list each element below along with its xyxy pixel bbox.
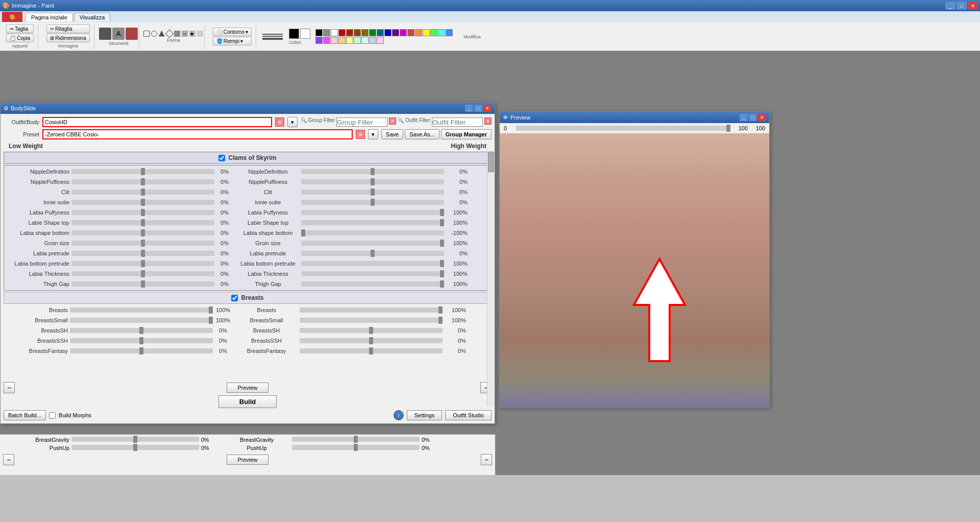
palette-lightmagenta[interactable] bbox=[377, 37, 384, 44]
palette-red[interactable] bbox=[338, 29, 346, 36]
slider-groin-size-left[interactable] bbox=[71, 241, 214, 246]
copia-button[interactable]: 📋 Copia bbox=[6, 34, 34, 42]
palette-brown[interactable] bbox=[354, 29, 361, 36]
preview-weight-slider[interactable] bbox=[516, 126, 730, 131]
group-clams-checkbox[interactable] bbox=[218, 155, 225, 161]
slider-labia-pretrude-left[interactable] bbox=[71, 251, 214, 256]
close-button[interactable]: ✕ bbox=[968, 2, 978, 10]
color2-swatch[interactable] bbox=[300, 29, 310, 39]
slider-thigh-gap-left[interactable] bbox=[71, 281, 214, 287]
slider-groin-size-right[interactable] bbox=[301, 241, 444, 246]
group-manager-button[interactable]: Group Manager bbox=[441, 129, 492, 139]
slider-breasts-sh-left[interactable] bbox=[70, 328, 213, 333]
shape-arrow[interactable]: → bbox=[182, 31, 188, 37]
group-breasts-checkbox[interactable] bbox=[231, 295, 238, 301]
vertical-scrollbar[interactable] bbox=[487, 151, 494, 406]
taglia-button[interactable]: ✂ Taglia bbox=[6, 25, 34, 33]
contorno-button[interactable]: ⬜ Contorno ▾ bbox=[213, 28, 252, 36]
sliders-scroll[interactable]: Clams of Skyrim NippleDefinition 0% Nipp… bbox=[4, 151, 492, 355]
slider-clit-right[interactable] bbox=[301, 189, 444, 195]
slider-labia-shape-bottom-left[interactable] bbox=[71, 230, 214, 235]
batch-build-button[interactable]: Batch Build... bbox=[4, 410, 46, 420]
palette-cyan[interactable] bbox=[438, 29, 445, 36]
slider-labia-pretrude-right[interactable] bbox=[301, 251, 444, 256]
outfit-body-input[interactable] bbox=[42, 117, 272, 127]
bottom-breast-gravity-left[interactable] bbox=[71, 437, 199, 442]
palette-purple[interactable] bbox=[392, 29, 399, 36]
slider-nipple-definition-left[interactable] bbox=[71, 169, 214, 174]
palette-lightpink[interactable] bbox=[331, 37, 338, 44]
group-filter-input[interactable] bbox=[336, 117, 387, 127]
slider-labia-thickness-left[interactable] bbox=[71, 271, 214, 276]
slider-labia-bottom-pretrude-right[interactable] bbox=[301, 261, 444, 266]
slider-breasts-left[interactable] bbox=[70, 307, 213, 313]
palette-mintgreen[interactable] bbox=[354, 37, 361, 44]
preset-clear-button[interactable]: ✕ bbox=[356, 130, 365, 139]
slider-breasts-fantasy-left[interactable] bbox=[70, 348, 213, 353]
shape-diamond[interactable] bbox=[165, 29, 174, 38]
preview-button[interactable]: Preview bbox=[227, 383, 268, 393]
outfit-body-dropdown-button[interactable]: ▾ bbox=[287, 117, 298, 127]
slider-breasts-ssh-left[interactable] bbox=[70, 338, 213, 343]
palette-black[interactable] bbox=[315, 29, 323, 36]
preview-restore-button[interactable]: □ bbox=[749, 114, 757, 121]
palette-yellow[interactable] bbox=[423, 29, 430, 36]
slider-breasts-right[interactable] bbox=[300, 307, 443, 313]
bs-close-button[interactable]: ✕ bbox=[483, 105, 492, 112]
slider-labie-shape-top-left[interactable] bbox=[71, 220, 214, 225]
palette-peach[interactable] bbox=[338, 37, 346, 44]
bottom-left-minus-button[interactable]: − bbox=[3, 454, 14, 465]
slider-breasts-fantasy-right[interactable] bbox=[300, 348, 443, 353]
riempi-button[interactable]: 🪣 Riempi ▾ bbox=[213, 37, 252, 45]
shape-star[interactable]: ★ bbox=[189, 31, 195, 37]
palette-orange[interactable] bbox=[415, 29, 422, 36]
ridimensiona-button[interactable]: ⊞ Ridimensiona bbox=[46, 34, 90, 42]
shape-fill[interactable] bbox=[174, 31, 180, 37]
shape-other[interactable] bbox=[197, 31, 203, 37]
slider-labia-shape-bottom-right[interactable] bbox=[301, 230, 444, 235]
paint-logo[interactable]: 🎨 bbox=[2, 12, 22, 22]
palette-darkred[interactable] bbox=[346, 29, 353, 36]
minimize-button[interactable]: _ bbox=[945, 2, 955, 10]
bottom-right-minus-button[interactable]: − bbox=[481, 454, 492, 465]
palette-olive[interactable] bbox=[361, 29, 369, 36]
preview-close-button[interactable]: ✕ bbox=[758, 114, 766, 121]
shape-circle[interactable] bbox=[151, 31, 157, 37]
slider-innie-outie-right[interactable] bbox=[301, 200, 444, 205]
preview-minimize-button[interactable]: _ bbox=[740, 114, 748, 121]
bottom-push-up-left[interactable] bbox=[71, 445, 199, 450]
palette-blue[interactable] bbox=[384, 29, 391, 36]
preset-input[interactable] bbox=[42, 129, 353, 139]
settings-button[interactable]: Settings bbox=[407, 410, 443, 420]
bottom-breast-gravity-right[interactable] bbox=[292, 437, 420, 442]
maximize-button[interactable]: □ bbox=[957, 2, 967, 10]
outfit-studio-button[interactable]: Outfit Studio bbox=[445, 410, 492, 420]
slider-labia-bottom-pretrude-left[interactable] bbox=[71, 261, 214, 266]
slider-breasts-small-right[interactable] bbox=[300, 318, 443, 323]
ritaglia-button[interactable]: ✂ Ritaglia bbox=[46, 25, 90, 33]
palette-lavender[interactable] bbox=[369, 37, 376, 44]
bottom-push-up-right[interactable] bbox=[292, 445, 420, 450]
scrollbar-thumb[interactable] bbox=[488, 152, 494, 172]
shape-triangle[interactable] bbox=[159, 31, 165, 37]
palette-pink[interactable] bbox=[323, 37, 330, 44]
slider-labia-puffyness-right[interactable] bbox=[301, 210, 444, 215]
slider-labia-thickness-right[interactable] bbox=[301, 271, 444, 276]
tab-visualizza[interactable]: Visualizza bbox=[74, 13, 110, 21]
slider-labie-shape-top-right[interactable] bbox=[301, 220, 444, 225]
palette-violet[interactable] bbox=[315, 37, 323, 44]
build-morphs-checkbox[interactable] bbox=[49, 412, 56, 419]
preset-dropdown-button[interactable]: ▾ bbox=[368, 129, 378, 139]
left-minus-button[interactable]: − bbox=[4, 382, 15, 393]
group-filter-clear-button[interactable]: ✕ bbox=[389, 117, 396, 125]
save-button[interactable]: Save bbox=[381, 129, 403, 139]
bs-minimize-button[interactable]: _ bbox=[465, 105, 473, 112]
slider-innie-outie-left[interactable] bbox=[71, 200, 214, 205]
slider-nipple-definition-right[interactable] bbox=[301, 169, 444, 174]
tab-pagina-iniziale[interactable]: Pagina iniziale bbox=[26, 13, 73, 21]
slider-labia-puffyness-left[interactable] bbox=[71, 210, 214, 215]
palette-lightyellow[interactable] bbox=[346, 37, 353, 44]
palette-gray[interactable] bbox=[323, 29, 330, 36]
palette-magenta[interactable] bbox=[400, 29, 407, 36]
slider-nipple-puffiness-left[interactable] bbox=[71, 179, 214, 184]
